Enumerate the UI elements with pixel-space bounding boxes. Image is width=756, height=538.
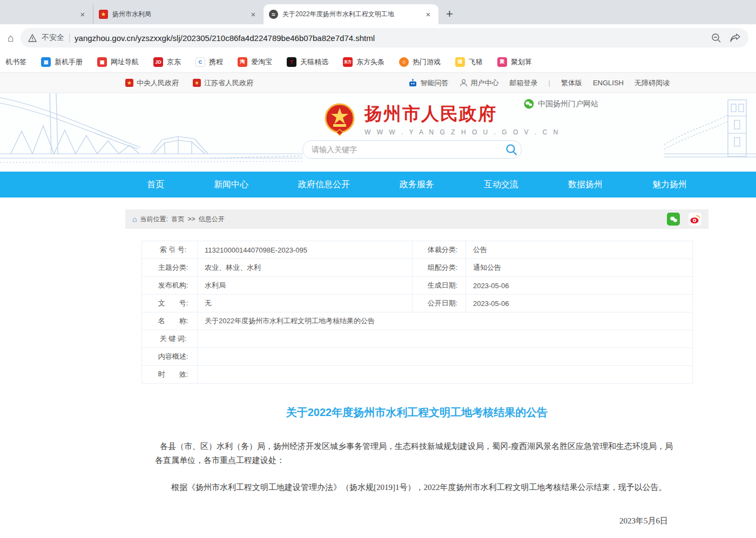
english-link[interactable]: ENGLISH (593, 79, 624, 87)
tab-close-icon[interactable]: × (248, 10, 258, 19)
bookmark-aitaobao[interactable]: 淘 爱淘宝 (238, 57, 272, 67)
gov-emblem-favicon-icon: ★ (99, 10, 108, 19)
home-icon: ⌂ (132, 215, 137, 223)
bookmark-eastday[interactable]: 东方 东方头条 (343, 57, 384, 67)
bookmark-label: 机书签 (5, 57, 26, 67)
meta-label: 文 号: (142, 295, 198, 312)
traditional-chinese-link[interactable]: 繁体版 (561, 78, 582, 88)
meta-label: 内容概述: (142, 348, 198, 366)
central-gov-link[interactable]: ★ 中央人民政府 (125, 78, 179, 88)
meta-value (198, 348, 693, 366)
nav-interaction[interactable]: 互动交流 (484, 179, 518, 190)
bookmark-label: 东方头条 (356, 57, 384, 67)
bookmark-games[interactable]: ☺ 热门游戏 (399, 57, 441, 67)
meta-value: 公告 (466, 241, 693, 259)
meta-value: 水利局 (198, 277, 413, 295)
bookmark-label: 天猫精选 (300, 57, 328, 67)
gov-top-bar: ★ 中央人民政府 ★ 江苏省人民政府 智能问答 (0, 73, 756, 93)
site-url-caption: W W W . Y A N G Z H O U . G O V . C N (364, 128, 560, 136)
jiangsu-gov-link[interactable]: ★ 江苏省人民政府 (193, 78, 253, 88)
new-tab-button[interactable]: + (446, 7, 453, 21)
article-date: 2023年5月6日 (125, 516, 708, 526)
site-favicon-icon: ≈ (269, 10, 278, 19)
article-paragraph: 根据《扬州市水利工程文明工地建设管理办法》（扬水规[2019]1号），2022年… (155, 480, 679, 494)
link-label: 中央人民政府 (137, 78, 179, 88)
zoom-out-icon[interactable] (711, 33, 721, 43)
user-center-link[interactable]: 用户中心 (460, 78, 499, 88)
wechat-share-icon[interactable] (667, 213, 680, 226)
bookmark-jd[interactable]: JD 京东 (153, 57, 181, 67)
bookmark-nav-site[interactable]: ▦ 网址导航 (97, 57, 139, 67)
nav-charming-yangzhou[interactable]: 魅力扬州 (652, 179, 687, 190)
bookmark-tmall[interactable]: T 天猫精选 (287, 57, 328, 67)
table-row: 时 效: (142, 366, 693, 384)
document-meta-table: 索 引 号: 11321000014407098E-2023-095 体裁分类:… (141, 241, 693, 384)
bookmark-juhuasuan[interactable]: 聚 聚划算 (497, 57, 532, 67)
address-bar[interactable]: 不安全 yangzhou.gov.cn/yzszxxgk/slj/202305/… (21, 28, 748, 47)
ctrip-dolphin-icon: C (195, 57, 205, 67)
omnibox-divider (69, 33, 70, 43)
breadcrumb-label: 当前位置: (140, 215, 167, 223)
link-label: 用户中心 (471, 78, 499, 88)
manual-icon: ▤ (41, 57, 51, 67)
weibo-share-icon[interactable] (688, 213, 701, 226)
link-label: 繁体版 (561, 78, 582, 88)
tab-yangzhou-water-bureau[interactable]: ★ 扬州市水利局 × (93, 4, 264, 24)
bookmark-manual[interactable]: ▤ 新机手册 (41, 57, 83, 67)
wechat-icon (524, 99, 534, 109)
url-text[interactable]: yangzhou.gov.cn/yzszxxgk/slj/202305/210c… (75, 33, 706, 43)
site-search[interactable] (302, 140, 522, 159)
meta-label: 公开日期: (413, 295, 466, 312)
juhuasuan-icon: 聚 (497, 57, 507, 67)
games-icon: ☺ (399, 57, 409, 67)
search-input[interactable] (312, 145, 505, 154)
search-icon[interactable] (505, 143, 518, 156)
tab-close-icon[interactable]: × (423, 10, 433, 19)
link-label: 邮箱登录 (510, 78, 538, 88)
mail-login-link[interactable]: 邮箱登录 (510, 78, 538, 88)
meta-value: 2023-05-06 (466, 277, 693, 295)
accessibility-link[interactable]: 无障碍阅读 (634, 78, 670, 88)
link-label: ENGLISH (593, 79, 624, 87)
meta-value: 无 (198, 295, 413, 312)
tab-cropped[interactable]: × (0, 4, 93, 24)
bookmark-label: 爱淘宝 (251, 57, 272, 67)
share-icon[interactable] (730, 33, 741, 43)
bookmark-ctrip[interactable]: C 携程 (195, 57, 223, 67)
table-row: 内容概述: (142, 348, 693, 366)
bookmark-cropped[interactable]: 机书签 (5, 57, 26, 67)
national-emblem-icon (323, 103, 356, 136)
home-icon[interactable]: ⌂ (8, 32, 14, 43)
tab-close-icon[interactable]: × (78, 10, 87, 19)
meta-label: 体裁分类: (413, 241, 466, 259)
browser-toolbar: ⌂ 不安全 yangzhou.gov.cn/yzszxxgk/slj/20230… (0, 24, 756, 51)
meta-label: 主题分类: (142, 259, 198, 277)
nav-home[interactable]: 首页 (147, 179, 164, 190)
table-row: 文 号: 无 公开日期: 2023-05-06 (142, 295, 693, 312)
meta-value (198, 330, 693, 348)
bookmark-label: 京东 (167, 57, 181, 67)
site-banner: 扬州市人民政府 W W W . Y A N G Z H O U . G O V … (0, 93, 756, 172)
nav-gov-info-disclosure[interactable]: 政府信息公开 (298, 179, 350, 190)
meta-value: 11321000014407098E-2023-095 (198, 241, 413, 259)
meta-label: 发布机构: (142, 277, 198, 295)
smart-qa-link[interactable]: 智能问答 (408, 78, 449, 88)
bookmark-fliggy[interactable]: 猪 飞猪 (455, 57, 483, 67)
nav-site-icon: ▦ (97, 57, 107, 67)
breadcrumb-current-link[interactable]: 信息公开 (199, 215, 225, 223)
taobao-icon: 淘 (238, 57, 247, 67)
portal-label: 中国扬州门户网站 (538, 99, 598, 109)
main-nav: 首页 新闻中心 政府信息公开 政务服务 互动交流 数据扬州 魅力扬州 (0, 172, 756, 198)
article-body: 各县（市、区）水利（务）局，扬州经济开发区城乡事务管理局，生态科技新城规划建设局… (125, 439, 708, 494)
nav-gov-services[interactable]: 政务服务 (400, 179, 434, 190)
meta-label: 关 键 词: (142, 330, 198, 348)
meta-label: 组配分类: (413, 259, 466, 277)
security-label: 不安全 (42, 33, 64, 43)
breadcrumb-home-link[interactable]: 首页 (171, 215, 184, 223)
tab-active-announcement[interactable]: ≈ 关于2022年度扬州市水利工程文明工地 × (264, 4, 438, 24)
portal-link[interactable]: 中国扬州门户网站 (524, 99, 598, 109)
tab-title: 关于2022年度扬州市水利工程文明工地 (282, 10, 394, 19)
link-label: 江苏省人民政府 (204, 78, 253, 88)
nav-data-yangzhou[interactable]: 数据扬州 (568, 179, 603, 190)
nav-news-center[interactable]: 新闻中心 (214, 179, 248, 190)
